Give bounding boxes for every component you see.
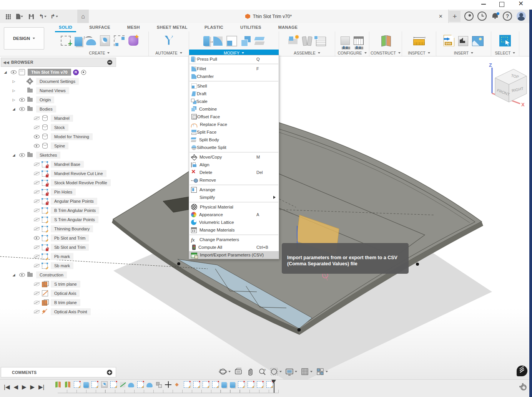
menu-item-shell[interactable]: Shell bbox=[189, 82, 279, 90]
revolve-tool-icon[interactable] bbox=[86, 39, 96, 45]
timeline-feature-sketch[interactable] bbox=[193, 381, 200, 388]
pattern-tool-icon[interactable] bbox=[114, 35, 125, 46]
tree-expander-icon[interactable]: ▷ bbox=[11, 79, 17, 83]
visibility-eye-icon[interactable] bbox=[34, 255, 40, 258]
tree-item-label[interactable]: Mandrel bbox=[51, 115, 73, 122]
ribbon-tab-manage[interactable]: MANAGE bbox=[270, 24, 306, 31]
visibility-eye-icon[interactable] bbox=[34, 301, 40, 304]
ribbon-group-label-construct[interactable]: CONSTRUCT bbox=[369, 50, 402, 56]
visibility-eye-icon[interactable] bbox=[34, 282, 40, 286]
tree-item-label[interactable]: Bodies bbox=[36, 106, 56, 112]
pan-icon[interactable] bbox=[245, 367, 256, 377]
tree-item-label[interactable]: Construction bbox=[36, 271, 67, 278]
visibility-eye-icon[interactable] bbox=[34, 172, 40, 175]
ribbon-group-label-insert[interactable]: INSERT bbox=[436, 50, 491, 56]
visibility-eye-icon[interactable] bbox=[34, 144, 40, 148]
menu-item-offset-face[interactable]: Offset Face bbox=[189, 113, 279, 121]
tree-item-label[interactable]: Document Settings bbox=[36, 78, 79, 85]
orbit-icon[interactable]: + bbox=[218, 367, 232, 377]
ribbon-group-label-automate[interactable]: AUTOMATE bbox=[149, 50, 189, 56]
extensions-icon[interactable] bbox=[464, 12, 474, 21]
ribbon-tab-plastic[interactable]: PLASTIC bbox=[196, 24, 232, 31]
view-cube[interactable]: Z X TOP FRONT RIGHT bbox=[484, 61, 530, 107]
hole-tool-icon[interactable] bbox=[100, 35, 110, 46]
tree-item-label[interactable]: B trim plane bbox=[51, 299, 80, 306]
user-avatar[interactable] bbox=[517, 12, 526, 21]
look-at-icon[interactable] bbox=[233, 367, 244, 377]
menu-item-delete[interactable]: DeleteDel bbox=[189, 169, 279, 176]
tree-expander-icon[interactable]: ◢ bbox=[2, 70, 8, 74]
tree-item-label[interactable]: Stock Model Revolve Profile bbox=[51, 179, 111, 186]
select-tool-icon[interactable] bbox=[499, 35, 511, 46]
timeline-feature-revolve[interactable] bbox=[128, 383, 134, 387]
tree-item-label[interactable]: Sb mark bbox=[51, 262, 73, 269]
visibility-eye-icon[interactable] bbox=[34, 135, 40, 139]
visibility-eye-icon[interactable] bbox=[34, 162, 40, 166]
help-icon[interactable]: ? bbox=[503, 12, 512, 21]
new-tab-button[interactable]: + bbox=[449, 11, 461, 22]
ribbon-group-label-create[interactable]: CREATE bbox=[50, 50, 148, 56]
tree-item-label[interactable]: Thinning Boundary bbox=[51, 225, 93, 232]
timeline-feature-sketch[interactable] bbox=[248, 381, 254, 388]
form-tool-icon[interactable] bbox=[128, 36, 138, 46]
tree-item-label[interactable]: S trim plane bbox=[51, 281, 80, 288]
ribbon-tab-solid[interactable]: SOLID bbox=[50, 24, 81, 31]
timeline-feature-revolve[interactable] bbox=[146, 383, 153, 387]
visibility-eye-icon[interactable] bbox=[34, 126, 40, 129]
timeline-feature-extrude[interactable] bbox=[230, 382, 235, 388]
menu-item-compute-all[interactable]: Compute AllCtrl+B bbox=[189, 243, 279, 251]
tree-item-label[interactable]: S Trim Angular Points bbox=[51, 216, 98, 223]
timeline-feature-hole[interactable] bbox=[101, 381, 108, 388]
timeline-feature-combine[interactable] bbox=[156, 381, 162, 388]
timeline-feature-move[interactable] bbox=[165, 381, 171, 388]
timeline-feature-sketch[interactable] bbox=[137, 381, 144, 388]
tree-item-label[interactable]: Optical Axis Point bbox=[51, 308, 91, 315]
file-menu-button[interactable] bbox=[15, 12, 25, 21]
tree-item-label[interactable]: Model for Thinning bbox=[51, 133, 93, 140]
tree-expander-icon[interactable]: ◢ bbox=[11, 273, 17, 277]
tree-item-label[interactable]: Spine bbox=[51, 142, 68, 149]
display-settings-icon[interactable] bbox=[284, 367, 298, 377]
comments-panel[interactable]: COMMENTS bbox=[1, 367, 116, 377]
window-close-button[interactable]: ✕ bbox=[518, 1, 524, 7]
ribbon-group-label-select[interactable]: SELECT bbox=[491, 50, 519, 56]
tree-item-label[interactable]: Optical Axis bbox=[51, 290, 80, 297]
menu-item-silhouette-split[interactable]: Silhouette Split bbox=[189, 144, 279, 151]
ribbon-tab-utilities[interactable]: UTILITIES bbox=[232, 24, 270, 31]
tree-item-label[interactable]: Pb mark bbox=[51, 253, 73, 260]
automate-tool-icon[interactable] bbox=[164, 36, 174, 46]
browser-hide-button[interactable] bbox=[107, 60, 112, 65]
visibility-eye-icon[interactable] bbox=[34, 218, 40, 222]
menu-item-scale[interactable]: Scale bbox=[189, 98, 279, 105]
timeline-feature-sketch[interactable] bbox=[212, 381, 219, 388]
cfgtable-tool-icon[interactable] bbox=[354, 36, 364, 45]
tree-item-label[interactable]: Pin Holes bbox=[51, 189, 76, 195]
timeline-feature-plane[interactable] bbox=[65, 381, 71, 388]
ribbon-tab-mesh[interactable]: MESH bbox=[119, 24, 148, 31]
tree-item-label[interactable]: Pb Slot and Trim bbox=[51, 235, 89, 242]
timeline-skip-to-end-button[interactable]: ▶| bbox=[38, 383, 44, 391]
redo-button[interactable]: ↱ bbox=[49, 12, 59, 21]
menu-item-draft[interactable]: Draft bbox=[189, 90, 279, 98]
visibility-eye-icon[interactable] bbox=[34, 181, 40, 185]
save-button[interactable] bbox=[26, 12, 36, 21]
ribbon-group-label-assemble[interactable]: ASSEMBLE bbox=[279, 50, 335, 56]
tree-item-label[interactable]: Mandrel Revolve Cut Line bbox=[51, 170, 106, 177]
menu-item-combine[interactable]: Combine bbox=[189, 105, 279, 113]
newcomp-tool-icon[interactable] bbox=[288, 36, 298, 46]
timeline-feature-plane[interactable] bbox=[55, 381, 62, 388]
menu-item-split-face[interactable]: Split Face bbox=[189, 128, 279, 136]
menu-item-chamfer[interactable]: Chamfer bbox=[189, 73, 279, 80]
ribbon-tab-sheet-metal[interactable]: SHEET METAL bbox=[148, 24, 196, 31]
visibility-eye-icon[interactable] bbox=[34, 264, 40, 268]
menu-item-fillet[interactable]: FilletF bbox=[189, 65, 279, 73]
visibility-eye-icon[interactable] bbox=[34, 190, 40, 194]
visibility-eye-icon[interactable] bbox=[19, 107, 25, 111]
bom-tool-icon[interactable] bbox=[316, 37, 326, 46]
app-grid-icon[interactable] bbox=[3, 12, 13, 21]
timeline-feature-point[interactable] bbox=[175, 381, 181, 388]
job-status-icon[interactable] bbox=[477, 12, 487, 21]
feedback-bubble-icon[interactable] bbox=[517, 366, 527, 376]
canvas-tool-icon[interactable] bbox=[472, 36, 484, 46]
menu-item-manage-materials[interactable]: Manage Materials bbox=[189, 226, 279, 234]
